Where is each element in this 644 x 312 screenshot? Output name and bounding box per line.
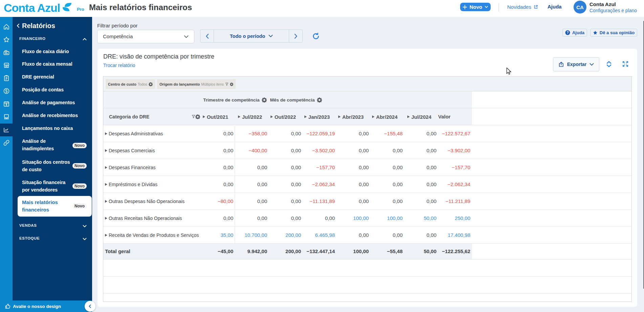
svg-text:?: ? — [566, 31, 568, 35]
